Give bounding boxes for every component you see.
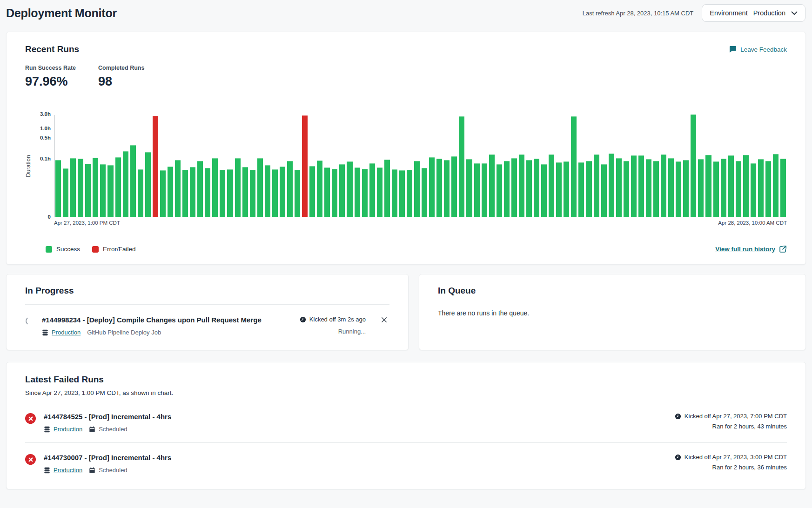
chart-bar-success[interactable]	[765, 161, 771, 217]
chart-bar-success[interactable]	[384, 160, 390, 217]
chart-bar-success[interactable]	[332, 169, 337, 217]
dismiss-run-button[interactable]	[379, 316, 389, 324]
view-full-run-history-link[interactable]: View full run history	[715, 245, 787, 253]
chart-bar-failed[interactable]	[153, 116, 158, 217]
chart-bar-success[interactable]	[713, 161, 719, 217]
chart-bar-success[interactable]	[212, 158, 218, 217]
chart-bar-success[interactable]	[85, 164, 91, 217]
chart-bar-success[interactable]	[459, 116, 464, 217]
chart-bar-success[interactable]	[168, 167, 173, 217]
chart-bar-success[interactable]	[466, 159, 472, 217]
chart-bar-success[interactable]	[93, 158, 98, 217]
chart-bar-success[interactable]	[594, 154, 599, 217]
chart-bar-success[interactable]	[429, 157, 435, 217]
chart-bar-success[interactable]	[653, 161, 659, 217]
chart-bar-success[interactable]	[422, 168, 427, 217]
chart-bar-success[interactable]	[407, 170, 412, 217]
chart-bar-success[interactable]	[377, 167, 383, 217]
chart-bar-success[interactable]	[339, 164, 345, 217]
chart-bar-success[interactable]	[578, 162, 584, 217]
chart-bar-success[interactable]	[586, 161, 591, 217]
chart-bar-success[interactable]	[100, 164, 106, 217]
chart-bar-success[interactable]	[197, 161, 203, 217]
chart-bar-failed[interactable]	[302, 115, 308, 217]
chart-bar-success[interactable]	[534, 159, 539, 217]
chart-bar-success[interactable]	[489, 154, 495, 217]
chart-bar-success[interactable]	[123, 151, 128, 217]
chart-bar-success[interactable]	[295, 170, 300, 217]
environment-dropdown[interactable]: Environment Production	[702, 4, 805, 22]
chart-bar-success[interactable]	[624, 161, 629, 217]
chart-bar-success[interactable]	[220, 170, 225, 217]
chart-bar-success[interactable]	[145, 152, 151, 217]
chart-bar-success[interactable]	[272, 169, 278, 217]
chart-bar-success[interactable]	[564, 161, 569, 217]
chart-bar-success[interactable]	[242, 167, 248, 217]
chart-bar-success[interactable]	[63, 168, 68, 217]
chart-bar-success[interactable]	[683, 160, 689, 217]
chart-bar-success[interactable]	[444, 160, 450, 217]
chart-bar-success[interactable]	[414, 161, 420, 217]
chart-bar-success[interactable]	[287, 161, 293, 217]
chart-bar-success[interactable]	[631, 155, 637, 217]
chart-bar-success[interactable]	[347, 161, 352, 217]
chart-bar-success[interactable]	[504, 161, 510, 217]
chart-bar-success[interactable]	[773, 154, 778, 217]
chart-bar-success[interactable]	[541, 164, 547, 217]
chart-bar-success[interactable]	[451, 156, 457, 217]
chart-bar-success[interactable]	[317, 160, 322, 217]
chart-bar-success[interactable]	[638, 155, 644, 217]
chart-bar-success[interactable]	[705, 155, 711, 217]
chart-bar-success[interactable]	[369, 163, 375, 217]
chart-bar-success[interactable]	[227, 169, 233, 217]
chart-bar-success[interactable]	[519, 154, 524, 217]
chart-bar-success[interactable]	[482, 163, 487, 217]
chart-bar-success[interactable]	[265, 165, 270, 217]
chart-bar-success[interactable]	[743, 155, 749, 217]
chart-bar-success[interactable]	[138, 169, 143, 217]
chart-bar-success[interactable]	[280, 167, 285, 217]
chart-bar-success[interactable]	[107, 165, 113, 217]
chart-bar-success[interactable]	[721, 159, 726, 217]
chart-bar-success[interactable]	[758, 159, 764, 217]
environment-link[interactable]: Production	[44, 426, 82, 433]
chart-bar-success[interactable]	[751, 163, 756, 217]
chart-bar-success[interactable]	[736, 161, 741, 217]
chart-bar-success[interactable]	[526, 160, 532, 217]
chart-bar-success[interactable]	[571, 116, 577, 217]
chart-bar-success[interactable]	[205, 168, 210, 217]
chart-bar-success[interactable]	[661, 154, 666, 217]
chart-bar-success[interactable]	[616, 158, 622, 217]
chart-bar-success[interactable]	[399, 170, 405, 217]
chart-bar-success[interactable]	[115, 157, 121, 217]
chart-bar-success[interactable]	[70, 158, 76, 217]
chart-bar-success[interactable]	[556, 162, 562, 217]
chart-bar-success[interactable]	[250, 170, 255, 217]
chart-bar-success[interactable]	[309, 166, 315, 217]
chart-bar-success[interactable]	[780, 159, 786, 217]
chart-bar-success[interactable]	[728, 155, 734, 217]
chart-bar-success[interactable]	[646, 159, 651, 217]
environment-link[interactable]: Production	[42, 329, 81, 336]
chart-bar-success[interactable]	[78, 159, 83, 217]
chart-bar-success[interactable]	[55, 160, 61, 217]
chart-bar-success[interactable]	[182, 170, 188, 217]
chart-bar-success[interactable]	[601, 164, 607, 217]
chart-bar-success[interactable]	[175, 160, 181, 217]
chart-bar-success[interactable]	[130, 145, 136, 217]
chart-bar-success[interactable]	[235, 158, 241, 217]
chart-bar-success[interactable]	[609, 154, 614, 217]
chart-bar-success[interactable]	[257, 158, 263, 217]
chart-bar-success[interactable]	[324, 167, 330, 217]
chart-bar-success[interactable]	[160, 170, 166, 217]
chart-bar-success[interactable]	[691, 114, 696, 217]
chart-bar-success[interactable]	[362, 169, 368, 217]
chart-bar-success[interactable]	[355, 167, 360, 217]
chart-bar-success[interactable]	[436, 159, 442, 217]
leave-feedback-link[interactable]: Leave Feedback	[729, 46, 787, 53]
chart-bar-success[interactable]	[668, 158, 674, 217]
chart-bar-success[interactable]	[190, 167, 195, 217]
chart-bar-success[interactable]	[511, 158, 517, 217]
chart-bar-success[interactable]	[392, 169, 397, 217]
environment-link[interactable]: Production	[44, 467, 82, 474]
